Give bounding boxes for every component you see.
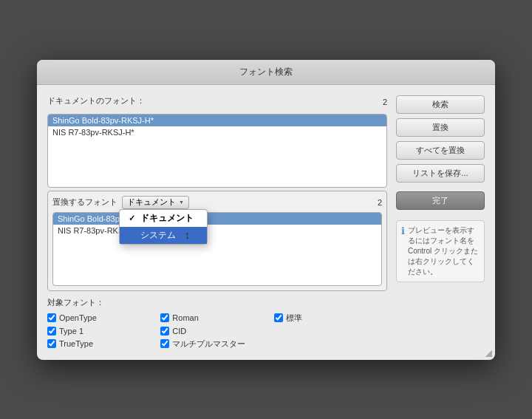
checkbox-cid: CID [160, 327, 273, 335]
checkbox-opentype-label: OpenType [59, 313, 97, 322]
checkbox-cid-label: CID [172, 327, 186, 335]
info-box: ℹ プレビューを表示するにはフォント名を Control クリックまたは右クリッ… [396, 220, 485, 282]
save-list-button[interactable]: リストを保存... [396, 164, 485, 183]
replace-button[interactable]: 置換 [396, 118, 485, 137]
target-fonts-label: 対象フォント： [47, 297, 387, 308]
search-button[interactable]: 検索 [396, 95, 485, 114]
target-fonts-section: 対象フォント： OpenType Roman 標準 [47, 297, 387, 350]
info-icon: ℹ [401, 225, 405, 236]
checkbox-multiple-label: マルチプルマスター [172, 338, 245, 350]
window-title: フォント検索 [239, 67, 293, 77]
doc-fonts-header: ドキュメントのフォント： 2 [47, 95, 387, 109]
checkbox-standard-input[interactable] [274, 313, 283, 322]
titlebar: フォント検索 [37, 60, 495, 85]
replace-fonts-list[interactable]: ShinGo Bold-83pv-RKK NIS R7-83pv-RKSJ-H* [52, 212, 382, 286]
checkbox-roman: Roman [160, 313, 273, 324]
checkbox-multiple: マルチプルマスター [160, 338, 387, 350]
list-item[interactable]: NIS R7-83pv-RKSJ-H* [48, 126, 386, 138]
dropdown-item-document[interactable]: ✓ ドキュメント [120, 210, 207, 227]
checkbox-grid: OpenType Roman 標準 Type 1 [47, 313, 387, 350]
doc-fonts-list[interactable]: ShinGo Bold-83pv-RKSJ-H* NIS R7-83pv-RKS… [47, 114, 387, 188]
replace-section: 置換するフォント ドキュメント 2 ✓ ドキュメント システム [47, 191, 387, 291]
dropdown-value: ドキュメント [127, 197, 176, 208]
info-text: プレビューを表示するにはフォント名を Control クリックまたは右クリックし… [408, 225, 480, 277]
checkmark-icon: ✓ [129, 214, 137, 223]
checkbox-type1: Type 1 [47, 327, 160, 335]
checkbox-multiple-input[interactable] [160, 339, 169, 348]
done-button[interactable]: 完了 [396, 191, 485, 210]
dropdown-item-system[interactable]: システム ↕ [120, 227, 207, 244]
replace-header: 置換するフォント ドキュメント 2 ✓ ドキュメント システム [52, 196, 382, 209]
replace-all-button[interactable]: すべてを置換 [396, 141, 485, 160]
replace-label: 置換するフォント [52, 197, 117, 208]
doc-fonts-label: ドキュメントのフォント： [47, 95, 145, 106]
replace-fonts-count: 2 [378, 198, 382, 207]
main-window: フォント検索 ドキュメントのフォント： 2 ShinGo Bold-83pv-R… [37, 60, 495, 360]
checkbox-type1-input[interactable] [47, 327, 56, 335]
source-dropdown[interactable]: ドキュメント [122, 196, 189, 209]
checkbox-standard-label: 標準 [286, 313, 302, 324]
list-item[interactable]: ShinGo Bold-83pv-RKSJ-H* [48, 115, 386, 126]
checkbox-truetype-label: TrueType [59, 339, 93, 348]
dropdown-menu: ✓ ドキュメント システム ↕ [119, 209, 208, 245]
content-area: ドキュメントのフォント： 2 ShinGo Bold-83pv-RKSJ-H* … [37, 85, 495, 360]
checkbox-standard: 標準 [274, 313, 387, 324]
checkbox-roman-label: Roman [172, 313, 198, 322]
checkbox-truetype-input[interactable] [47, 339, 56, 348]
checkbox-truetype: TrueType [47, 338, 160, 350]
checkbox-roman-input[interactable] [160, 313, 169, 322]
dropdown-item-label: システム [140, 229, 176, 242]
checkbox-opentype-input[interactable] [47, 313, 56, 322]
left-panel: ドキュメントのフォント： 2 ShinGo Bold-83pv-RKSJ-H* … [47, 95, 387, 350]
doc-fonts-count: 2 [383, 98, 387, 106]
checkbox-cid-input[interactable] [160, 327, 169, 335]
resize-handle[interactable] [485, 350, 492, 357]
list-item[interactable]: ShinGo Bold-83pv-RKK [53, 213, 381, 225]
checkbox-type1-label: Type 1 [59, 327, 83, 335]
list-item[interactable]: NIS R7-83pv-RKSJ-H* [53, 225, 381, 236]
right-panel: 検索 置換 すべてを置換 リストを保存... 完了 ℹ プレビューを表示するには… [396, 95, 485, 350]
checkbox-opentype: OpenType [47, 313, 160, 324]
dropdown-item-label: ドキュメント [140, 212, 194, 225]
cursor-icon: ↕ [185, 229, 190, 241]
